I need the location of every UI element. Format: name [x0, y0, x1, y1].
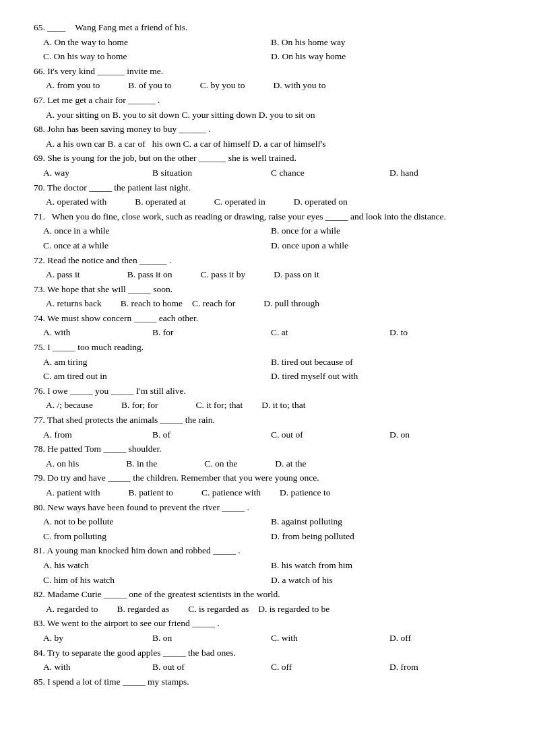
q74-optD: D. to [389, 325, 508, 340]
q81: 81. A young man knocked him down and rob… [34, 543, 508, 587]
q76: 76. I owe _____ you _____ I'm still aliv… [34, 384, 508, 413]
q75-optD: D. tired myself out with [271, 369, 508, 384]
q84-text: 84. Try to separate the good apples ____… [34, 646, 508, 660]
q65-optB: B. On his home way [271, 35, 508, 50]
q67-opts: A. your sitting on B. you to sit down C.… [46, 108, 508, 123]
q69-optC: C chance [271, 166, 389, 180]
q82: 82. Madame Curie _____ one of the greate… [34, 587, 508, 616]
q78-text: 78. He patted Tom _____ shoulder. [34, 442, 508, 456]
q81-optB: B. his watch from him [271, 558, 508, 573]
q80: 80. New ways have been found to prevent … [34, 500, 508, 544]
q77-optC: C. out of [271, 427, 389, 442]
q83-text: 83. We went to the airport to see our fr… [34, 616, 508, 631]
q69-optB: B situation [152, 166, 271, 180]
q70: 70. The doctor _____ the patient last ni… [34, 180, 508, 209]
q75-optB: B. tired out because of [271, 355, 508, 370]
q69-optD: D. hand [389, 166, 508, 180]
q69-text: 69. She is young for the job, but on the… [34, 151, 508, 166]
q71-optC: C. once at a while [34, 238, 271, 253]
q79: 79. Do try and have _____ the children. … [34, 471, 508, 500]
q73: 73. We hope that she will _____ soon. A.… [34, 282, 508, 311]
q65-optD: D. On his way home [271, 49, 508, 64]
q71-optA: A. once in a while [34, 224, 271, 238]
q71: 71. When you do fine, close work, such a… [34, 209, 508, 253]
q75-optC: C. am tired out in [34, 369, 271, 384]
q68: 68. John has been saving money to buy __… [34, 122, 508, 151]
q68-opts: A. a his own car B. a car of his own C. … [46, 137, 508, 151]
q67-text: 67. Let me get a chair for ______ . [34, 93, 508, 108]
q76-text: 76. I owe _____ you _____ I'm still aliv… [34, 384, 508, 399]
main-content: 65. ____ Wang Fang met a friend of his. … [34, 20, 508, 689]
q74: 74. We must show concern _____ each othe… [34, 311, 508, 340]
q72-text: 72. Read the notice and then ______ . [34, 253, 508, 268]
q83-optA: A. by [34, 631, 152, 646]
q76-opts: A. /; because B. for; for C. it for; tha… [46, 398, 508, 413]
q65-optA: A. On the way to home [34, 35, 271, 50]
q80-optB: B. against polluting [271, 514, 508, 529]
q65-optC: C. On his way to home [34, 49, 271, 64]
q83-optB: B. on [152, 631, 271, 646]
q65: 65. ____ Wang Fang met a friend of his. … [34, 20, 508, 64]
q74-text: 74. We must show concern _____ each othe… [34, 311, 508, 326]
q72-opts: A. pass it B. pass it on C. pass it by D… [46, 267, 508, 282]
q70-text: 70. The doctor _____ the patient last ni… [34, 180, 508, 195]
q77-optA: A. from [34, 427, 152, 442]
q77-text: 77. That shed protects the animals _____… [34, 413, 508, 427]
q83-optD: D. off [389, 631, 508, 646]
q66-text: 66. It's very kind ______ invite me. [34, 64, 508, 79]
q67: 67. Let me get a chair for ______ . A. y… [34, 93, 508, 122]
q75: 75. I _____ too much reading. A. am tiri… [34, 340, 508, 384]
q84-optB: B. out of [152, 660, 271, 675]
q84: 84. Try to separate the good apples ____… [34, 646, 508, 675]
q81-optD: D. a watch of his [271, 573, 508, 588]
q71-optD: D. once upon a while [271, 238, 508, 253]
q85: 85. I spend a lot of time _____ my stamp… [34, 675, 508, 689]
q84-optD: D. from [389, 660, 508, 675]
q78: 78. He patted Tom _____ shoulder. A. on … [34, 442, 508, 471]
q68-text: 68. John has been saving money to buy __… [34, 122, 508, 137]
q81-optC: C. him of his watch [34, 573, 271, 588]
q73-opts: A. returns back B. reach to home C. reac… [46, 296, 508, 311]
q79-text: 79. Do try and have _____ the children. … [34, 471, 508, 485]
q71-text: 71. When you do fine, close work, such a… [34, 209, 508, 224]
q81-text: 81. A young man knocked him down and rob… [34, 543, 508, 558]
q69-optA: A. way [34, 166, 152, 180]
q66: 66. It's very kind ______ invite me. A. … [34, 64, 508, 93]
q83-optC: C. with [271, 631, 389, 646]
q71-optB: B. once for a while [271, 224, 508, 238]
q81-optA: A. his watch [34, 558, 271, 573]
q80-text: 80. New ways have been found to prevent … [34, 500, 508, 515]
q70-opts: A. operated with B. operated at C. opera… [46, 195, 508, 209]
q75-text: 75. I _____ too much reading. [34, 340, 508, 355]
q85-text: 85. I spend a lot of time _____ my stamp… [34, 675, 508, 689]
q84-optC: C. off [271, 660, 389, 675]
q78-opts: A. on his B. in the C. on the D. at the [46, 456, 508, 471]
q74-optB: B. for [152, 325, 271, 340]
q80-optC: C. from polluting [34, 529, 271, 544]
q65-text: 65. ____ Wang Fang met a friend of his. [34, 20, 508, 35]
q80-optA: A. not to be pollute [34, 514, 271, 529]
q77-optD: D. on [389, 427, 508, 442]
q80-optD: D. from being polluted [271, 529, 508, 544]
q72: 72. Read the notice and then ______ . A.… [34, 253, 508, 282]
q69: 69. She is young for the job, but on the… [34, 151, 508, 180]
q77-optB: B. of [152, 427, 271, 442]
q84-optA: A. with [34, 660, 152, 675]
q74-optC: C. at [271, 325, 389, 340]
q75-optA: A. am tiring [34, 355, 271, 370]
q82-opts: A. regarded to B. regarded as C. is rega… [46, 602, 508, 617]
q73-text: 73. We hope that she will _____ soon. [34, 282, 508, 297]
q74-optA: A. with [34, 325, 152, 340]
q77: 77. That shed protects the animals _____… [34, 413, 508, 442]
q79-opts: A. patient with B. patient to C. patienc… [46, 485, 508, 500]
q66-opts: A. from you to B. of you to C. by you to… [46, 78, 508, 93]
q83: 83. We went to the airport to see our fr… [34, 616, 508, 645]
q82-text: 82. Madame Curie _____ one of the greate… [34, 587, 508, 602]
